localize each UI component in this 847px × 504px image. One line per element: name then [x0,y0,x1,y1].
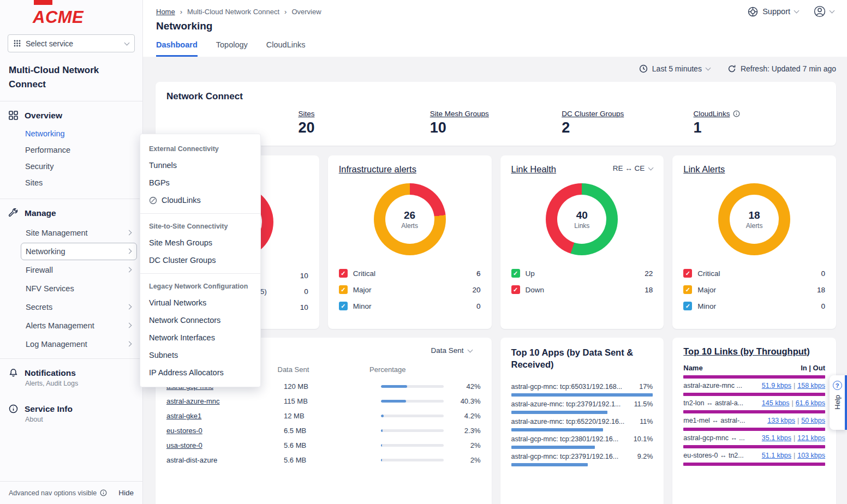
tab-cloudlinks[interactable]: CloudLinks [266,40,306,57]
tab-dashboard[interactable]: Dashboard [156,40,198,57]
link-health-title[interactable]: Link Health [511,164,557,175]
flyout-item-network-interfaces[interactable]: Network Interfaces [140,329,260,346]
chevron-down-icon [794,8,800,14]
flyout-item-cloudlinks[interactable]: CloudLinks [140,191,260,209]
info-icon[interactable] [733,110,740,117]
top-links-header: Name In | Out [683,364,825,372]
refresh-button[interactable]: Refresh: Updated 7 min ago [727,64,836,73]
flyout-item-subnets[interactable]: Subnets [140,346,260,364]
out-value-link[interactable]: 158 kbps [797,382,825,389]
minor-checkbox[interactable] [683,302,692,310]
overview-grid-icon [9,111,18,120]
firewall-label: Firewall [26,266,53,274]
service-selector[interactable]: Select service [8,34,135,52]
legend-value: 6 [476,269,481,278]
app-bar [511,393,653,397]
link-row: me1-mel ↔ astral-... 133 kbps|50 kbps [683,417,825,424]
minor-checkbox[interactable] [339,302,348,310]
re-ce-selector[interactable]: RE ↔ CE [613,164,653,172]
sidebar-item-log-management[interactable]: Log Management [21,335,137,353]
critical-checkbox[interactable] [683,269,692,278]
sidebar-item-firewall[interactable]: Firewall [21,261,137,279]
link-row: tn2-lon ↔ astral-a... 145 kbps|61.6 kbps [683,399,825,407]
bell-icon [9,368,18,377]
sidebar-item-manage[interactable]: Manage [0,203,142,223]
out-value-link[interactable]: 103 kbps [797,452,825,459]
sidebar-item-sites[interactable]: Sites [25,175,142,191]
infrastructure-alerts-donut: 26 Alerts [374,183,446,255]
major-checkbox[interactable] [683,285,692,294]
site-link[interactable]: astral-gke1 [166,412,201,420]
breadcrumb-product[interactable]: Multi-Cloud Network Connect [187,8,279,16]
sidebar-item-overview[interactable]: Overview [0,106,142,125]
legend-label: Down [526,286,545,294]
in-value-link[interactable]: 51.9 kbps [762,382,791,389]
sidebar-item-secrets[interactable]: Secrets [21,298,137,316]
sidebar-item-alerts-management[interactable]: Alerts Management [21,317,137,334]
out-value-link[interactable]: 121 kbps [797,434,825,442]
major-checkbox[interactable] [339,285,348,294]
hide-nav-button[interactable]: Hide [118,489,134,497]
donut-total: 18 [749,209,760,221]
info-icon[interactable] [100,489,107,496]
app-row: astral-gcp-mnc: tcp:23791/192.16...9.2% [511,453,653,466]
apps-grid-icon [14,40,21,47]
legend-row-critical: Critical 0 [683,265,825,281]
up-checkbox[interactable] [511,269,520,278]
manage-label: Manage [25,208,56,218]
breadcrumb-home[interactable]: Home [156,8,175,16]
data-sent-value: 120 MB [284,382,381,391]
flyout-item-tunnels[interactable]: Tunnels [140,157,260,174]
legend-label: Critical [353,269,375,278]
legend: Critical 6 Major 20 Minor 0 [339,265,481,314]
flyout-item-site-mesh-groups[interactable]: Site Mesh Groups [140,234,260,251]
donut-center: 26 Alerts [374,183,446,255]
sidebar-item-nfv-services[interactable]: NFV Services [21,280,137,297]
support-lifebuoy-icon [748,7,758,17]
time-range-selector[interactable]: Last 5 minutes [639,64,710,73]
in-value-link[interactable]: 51.1 kbps [762,452,791,459]
flyout-item-network-connectors[interactable]: Network Connectors [140,311,260,329]
critical-checkbox[interactable] [339,269,348,278]
sidebar-item-performance[interactable]: Performance [25,142,142,158]
legend-value: 20 [472,286,480,294]
tab-topology[interactable]: Topology [216,40,248,57]
account-menu[interactable] [814,5,834,17]
out-value-link[interactable]: 61.6 kbps [796,399,825,407]
legend-value: 0 [821,302,825,310]
stat-site-mesh-groups-link[interactable]: Site Mesh Groups [430,110,489,118]
legend-label: Critical [697,269,720,278]
top-links-title[interactable]: Top 10 Links (by Throughput) [683,346,825,357]
in-value-link[interactable]: 133 kbps [767,417,795,424]
sidebar-item-security[interactable]: Security [25,158,142,175]
app-pct: 11.5% [634,400,653,408]
help-tab[interactable]: ? Help [830,375,847,430]
flyout-item-dc-cluster-groups[interactable]: DC Cluster Groups [140,251,260,269]
flyout-item-ip-address-allocators[interactable]: IP Address Allocators [140,364,260,381]
legend-label: Minor [697,302,716,310]
site-link[interactable]: eu-stores-0 [166,427,202,435]
in-value-link[interactable]: 145 kbps [762,399,790,407]
sidebar-item-manage-networking[interactable]: Networking [21,243,137,260]
site-link[interactable]: astral-azure-mnc [166,397,220,405]
infrastructure-alerts-title[interactable]: Infrastructure alerts [339,164,416,175]
avatar-icon [814,5,826,17]
network-connect-stats: Sites 20 Site Mesh Groups 10 DC Cluster … [166,109,825,136]
flyout-item-virtual-networks[interactable]: Virtual Networks [140,294,260,311]
support-button[interactable]: Support [748,7,798,17]
link-alerts-title[interactable]: Link Alerts [683,164,725,175]
top-apps-card: Top 10 Apps (by Data Sent & Received) as… [500,338,664,504]
flyout-item-bgps[interactable]: BGPs [140,174,260,191]
sidebar-item-site-management[interactable]: Site Management [21,224,137,242]
stat-sites-link[interactable]: Sites [298,110,314,118]
in-value-link[interactable]: 35.1 kbps [762,434,791,442]
out-value-link[interactable]: 50 kbps [801,417,825,424]
stat-cloudlinks-link[interactable]: CloudLinks [694,110,741,118]
down-checkbox[interactable] [511,285,520,294]
data-sent-label: Data Sent [431,346,463,355]
sidebar-item-networking[interactable]: Networking [25,125,142,142]
stat-dc-cluster-groups-link[interactable]: DC Cluster Groups [562,110,624,118]
site-link[interactable]: usa-store-0 [166,441,202,449]
link-health-card: Link Health RE ↔ CE 40 Links [500,155,664,329]
data-sent-selector[interactable]: Data Sent [431,346,472,355]
